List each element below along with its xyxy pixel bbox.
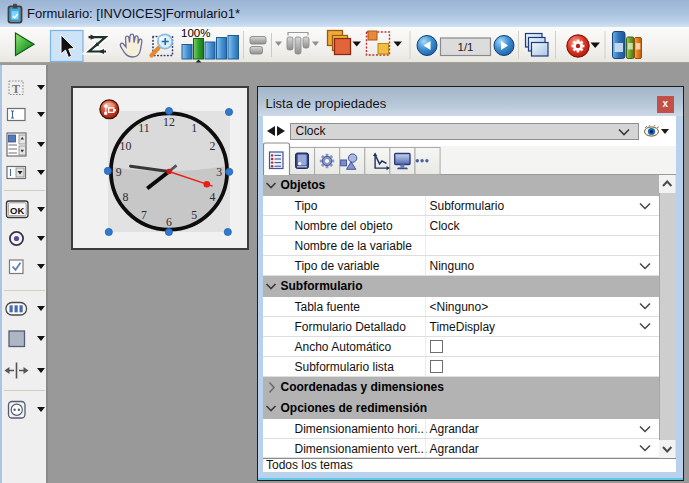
svg-text:2: 2	[210, 139, 216, 153]
svg-text:OK: OK	[10, 204, 24, 215]
svg-text:9: 9	[116, 165, 122, 179]
svg-text:1/1: 1/1	[458, 41, 474, 53]
svg-text:7: 7	[141, 208, 147, 222]
svg-text:3: 3	[216, 165, 222, 179]
svg-text:4: 4	[210, 190, 216, 204]
svg-text:100%: 100%	[181, 27, 210, 39]
svg-text:12: 12	[163, 115, 175, 129]
svg-text:6: 6	[166, 215, 172, 229]
svg-text:8: 8	[123, 190, 129, 204]
svg-text:5: 5	[191, 208, 197, 222]
svg-text:10: 10	[120, 139, 132, 153]
svg-text:11: 11	[138, 121, 149, 135]
svg-text:1: 1	[191, 121, 197, 135]
svg-text:T: T	[12, 81, 20, 95]
